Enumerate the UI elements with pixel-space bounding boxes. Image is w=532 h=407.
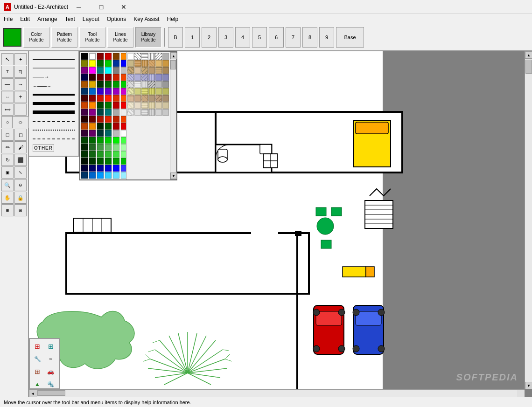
scroll-thumb[interactable]: [170, 60, 176, 69]
line-style-thick3[interactable]: [32, 108, 76, 117]
lib-item-grid-teal[interactable]: ⊞: [45, 341, 56, 352]
tool-node[interactable]: ✦: [14, 53, 27, 65]
color-orange[interactable]: [121, 53, 126, 60]
color-yellow[interactable]: [89, 60, 96, 67]
tab-6[interactable]: 6: [269, 27, 284, 48]
tool-zoom-in[interactable]: 🔍: [1, 179, 14, 191]
tool-fill[interactable]: ⬛: [14, 154, 27, 166]
menu-help[interactable]: Help: [163, 15, 182, 23]
close-button[interactable]: ✕: [113, 0, 134, 14]
tool-line[interactable]: —: [1, 78, 14, 90]
line-style-dash-dot[interactable]: [32, 135, 76, 143]
tool-rotate[interactable]: ↻: [1, 154, 14, 166]
pattern-grid-container: [127, 53, 169, 116]
tool-palette-button[interactable]: ToolPalette: [79, 27, 105, 48]
vertical-scrollbar[interactable]: ▲ ▼: [525, 51, 532, 389]
tool-rect2[interactable]: ◻: [14, 129, 27, 141]
tool-cross[interactable]: +: [14, 91, 27, 103]
tab-5[interactable]: 5: [252, 27, 267, 48]
line-style-dotted[interactable]: [32, 126, 76, 134]
tab-3[interactable]: 3: [218, 27, 233, 48]
pattern-palette-button[interactable]: PatternPalette: [51, 27, 77, 48]
color-white[interactable]: [89, 53, 96, 60]
tool-ellipse[interactable]: ○: [12, 116, 29, 128]
tool-text2[interactable]: T|: [14, 66, 27, 78]
scroll-up[interactable]: ▲: [170, 53, 177, 59]
line-style-solid-thin[interactable]: [32, 55, 76, 63]
lines-palette-button[interactable]: LinesPalette: [107, 27, 133, 48]
tab-9[interactable]: 9: [319, 27, 334, 48]
line-style-solid-med[interactable]: [32, 64, 76, 72]
tab-7[interactable]: 7: [286, 27, 301, 48]
tool-text[interactable]: T: [1, 66, 14, 78]
line-style-dashed[interactable]: [32, 117, 76, 125]
lib-item-wave[interactable]: ≈: [45, 353, 56, 365]
color-olive[interactable]: [81, 60, 88, 67]
lib-item-wrench2[interactable]: 🔩: [45, 379, 56, 390]
color-black[interactable]: [81, 53, 88, 60]
tab-1[interactable]: 1: [185, 27, 200, 48]
color-gray[interactable]: [113, 67, 119, 74]
color-swatch[interactable]: [3, 28, 21, 47]
lib-item-grid-dark[interactable]: ⊞: [32, 366, 43, 377]
scroll-down[interactable]: ▼: [170, 172, 177, 179]
color-red[interactable]: [105, 53, 112, 60]
menu-edit[interactable]: Edit: [16, 15, 34, 23]
lib-item-grid-red[interactable]: ⊞: [32, 341, 43, 352]
color-brown[interactable]: [113, 53, 119, 60]
menu-layout[interactable]: Layout: [79, 15, 103, 23]
horizontal-scrollbar[interactable]: ◄ ►: [29, 389, 525, 397]
tool-line2[interactable]: ↔: [1, 91, 14, 103]
color-navy[interactable]: [113, 60, 119, 67]
menu-arrange[interactable]: Arrange: [34, 15, 61, 23]
lib-item-tree[interactable]: ▲: [32, 379, 43, 390]
tab-4[interactable]: 4: [235, 27, 250, 48]
color-green[interactable]: [105, 60, 112, 67]
tool-pen[interactable]: ✏: [1, 141, 14, 153]
tool-lock[interactable]: 🔒: [14, 192, 27, 204]
color-ltgray[interactable]: [121, 67, 126, 74]
line-style-arrow-right[interactable]: ——→: [32, 73, 76, 81]
tool-dblarrow[interactable]: ⟺: [1, 103, 14, 116]
palette-scrollbar[interactable]: ▲ ▼: [170, 52, 176, 179]
color-purple[interactable]: [81, 67, 88, 74]
tool-paint[interactable]: 🖌: [14, 141, 27, 153]
softpedia-watermark: SOFTPEDIA: [456, 372, 518, 383]
tool-list[interactable]: ≡: [1, 204, 14, 216]
color-magenta[interactable]: [89, 67, 96, 74]
tab-2[interactable]: 2: [202, 27, 217, 48]
lib-item-wrench[interactable]: 🔧: [32, 353, 43, 365]
tool-blank[interactable]: [14, 103, 27, 116]
color-darkred[interactable]: [97, 53, 104, 60]
library-palette-button[interactable]: LibraryPalette: [135, 27, 161, 48]
menu-options[interactable]: Options: [103, 15, 130, 23]
tool-arrow[interactable]: →: [14, 78, 27, 90]
color-cyan[interactable]: [105, 67, 112, 74]
color-dkgreen[interactable]: [97, 60, 104, 67]
color-palette-button[interactable]: ColorPalette: [23, 27, 49, 48]
tool-scale[interactable]: ⤡: [14, 166, 27, 179]
svg-point-45: [338, 345, 345, 352]
line-style-thick2[interactable]: [32, 99, 76, 108]
tool-zoom-out[interactable]: ⊖: [14, 179, 27, 191]
menu-key-assist[interactable]: Key Assist: [130, 15, 163, 23]
tool-select[interactable]: ↖: [1, 53, 14, 65]
tool-rect[interactable]: □: [1, 129, 14, 141]
tool-crop[interactable]: ▣: [1, 166, 14, 179]
lib-item-car[interactable]: 🚗: [45, 366, 56, 377]
minimize-button[interactable]: ─: [68, 0, 90, 14]
color-teal[interactable]: [97, 67, 104, 74]
color-blue[interactable]: [121, 60, 126, 67]
line-style-other[interactable]: OTHER: [32, 144, 76, 152]
tab-base[interactable]: Base: [336, 27, 364, 48]
menu-file[interactable]: File: [0, 15, 16, 23]
pattern-none[interactable]: [127, 53, 134, 60]
tab-b[interactable]: B: [168, 27, 183, 48]
line-style-dbl-arrow[interactable]: ←——→: [32, 82, 76, 90]
tab-8[interactable]: 8: [302, 27, 317, 48]
tool-hand[interactable]: ✋: [1, 192, 14, 204]
menu-text[interactable]: Text: [61, 15, 79, 23]
line-style-thick[interactable]: [32, 90, 76, 99]
tool-extra[interactable]: ⊞: [14, 204, 27, 216]
maximize-button[interactable]: □: [91, 0, 112, 14]
